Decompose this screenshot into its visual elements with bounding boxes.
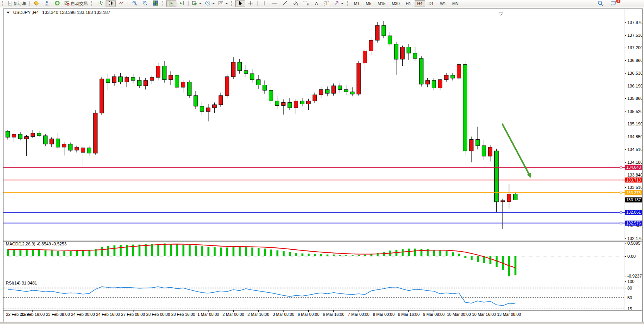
new-order-button[interactable]: 新订单: [6, 0, 28, 7]
toolbar-grip: [231, 1, 233, 6]
candle: [275, 101, 279, 106]
auto-trading-button[interactable]: 自动交易: [63, 0, 89, 7]
timeframe-mn[interactable]: MN: [449, 0, 461, 7]
data-window-button[interactable]: [42, 0, 52, 7]
chat-button[interactable]: 1: [608, 0, 618, 7]
bar-chart-button[interactable]: [95, 0, 105, 7]
zoom-in-button[interactable]: [130, 0, 140, 7]
candle: [507, 194, 511, 202]
timeframe-m5[interactable]: M5: [363, 0, 374, 7]
chart-canvas[interactable]: 137.870137.530137.200136.860136.530136.1…: [3, 9, 642, 321]
price-axis[interactable]: [625, 9, 642, 310]
time-axis[interactable]: [3, 310, 642, 321]
svg-text:E: E: [297, 3, 299, 6]
trendline-icon: [282, 0, 288, 7]
crosshair-button[interactable]: [246, 0, 256, 7]
periods-button[interactable]: [203, 0, 216, 7]
market-watch-button[interactable]: [31, 0, 41, 7]
macd-bar: [383, 252, 385, 256]
timeframe-m1[interactable]: M1: [351, 0, 362, 7]
line-handle[interactable]: [620, 192, 622, 194]
candle: [344, 89, 348, 92]
candle: [150, 77, 154, 81]
new-chart-button[interactable]: [190, 0, 203, 7]
fibonacci-button[interactable]: F: [301, 0, 311, 7]
line-handle[interactable]: [620, 179, 622, 181]
timeframe-w1[interactable]: W1: [437, 0, 449, 7]
new-order-label: 新订单: [14, 1, 26, 7]
candle: [175, 75, 179, 87]
candle: [231, 62, 235, 77]
shift-chart-icon: [179, 0, 184, 7]
macd-bar: [13, 250, 15, 256]
text-icon: A: [315, 1, 318, 6]
candle: [162, 66, 166, 80]
auto-scroll-button[interactable]: [166, 0, 176, 7]
pane-separator[interactable]: [3, 279, 642, 280]
timeframe-m15[interactable]: M15: [375, 0, 388, 7]
macd-bar: [402, 249, 404, 257]
macd-bar: [44, 250, 46, 256]
macd-bar: [183, 245, 184, 256]
cursor-button[interactable]: [235, 0, 245, 7]
clock-icon: [205, 0, 210, 7]
fibonacci-icon: F: [303, 0, 309, 7]
timeframe-h4[interactable]: H4: [415, 0, 425, 7]
timeframe-m30[interactable]: M30: [389, 0, 402, 7]
crosshair-icon: [248, 0, 253, 7]
candlestick-chart-button[interactable]: [106, 0, 116, 7]
macd-bar: [189, 245, 191, 256]
macd-bar: [7, 249, 9, 257]
horizontal-line-button[interactable]: [270, 0, 280, 7]
candle: [300, 101, 304, 104]
macd-bar: [164, 243, 166, 256]
line-chart-button[interactable]: [116, 0, 126, 7]
pane-separator[interactable]: [3, 240, 642, 242]
search-button[interactable]: [595, 0, 605, 7]
shift-chart-button[interactable]: [177, 0, 187, 7]
arrow-objects-button[interactable]: [332, 0, 345, 7]
text-label-icon: T: [325, 1, 329, 6]
macd-bar: [151, 244, 153, 257]
candle: [125, 77, 129, 82]
candle: [388, 36, 392, 44]
equidistant-channel-button[interactable]: E: [290, 0, 301, 7]
arrow-annotation[interactable]: [502, 123, 529, 173]
tile-windows-button[interactable]: [150, 0, 161, 7]
line-handle[interactable]: [620, 166, 622, 168]
macd-bar: [32, 250, 34, 256]
trendline-button[interactable]: [280, 0, 290, 7]
candle: [206, 108, 210, 111]
macd-bar: [326, 255, 328, 257]
chart-shift-marker[interactable]: [499, 13, 503, 15]
collapse-icon[interactable]: [7, 12, 10, 14]
candle: [451, 75, 454, 78]
candle: [56, 139, 60, 147]
candle: [482, 146, 486, 156]
chevron-down-icon: [212, 3, 215, 4]
candle: [250, 74, 254, 80]
separator: [257, 1, 258, 6]
candle: [438, 80, 442, 88]
vertical-line-icon: [261, 0, 267, 7]
macd-bar: [277, 250, 278, 256]
vertical-line-button[interactable]: [259, 0, 269, 7]
chart-ohlc-values: 133.340 133.396 133.183 133.187: [42, 10, 110, 15]
timeframe-d1[interactable]: D1: [426, 0, 436, 7]
candle: [444, 75, 448, 80]
timeframe-h1[interactable]: H1: [403, 0, 413, 7]
search-icon: [598, 0, 603, 7]
zoom-out-button[interactable]: [140, 0, 150, 7]
line-handle[interactable]: [620, 222, 622, 224]
candlestick-icon: [108, 0, 113, 7]
text-button[interactable]: A: [311, 0, 321, 7]
templates-button[interactable]: [217, 0, 229, 7]
line-handle[interactable]: [620, 211, 622, 213]
candle: [476, 140, 480, 146]
macd-bar: [420, 249, 422, 256]
sound-button[interactable]: [52, 0, 62, 7]
candle: [6, 131, 10, 137]
text-label-button[interactable]: T: [322, 0, 332, 7]
candle: [43, 136, 47, 144]
separator: [188, 1, 189, 6]
